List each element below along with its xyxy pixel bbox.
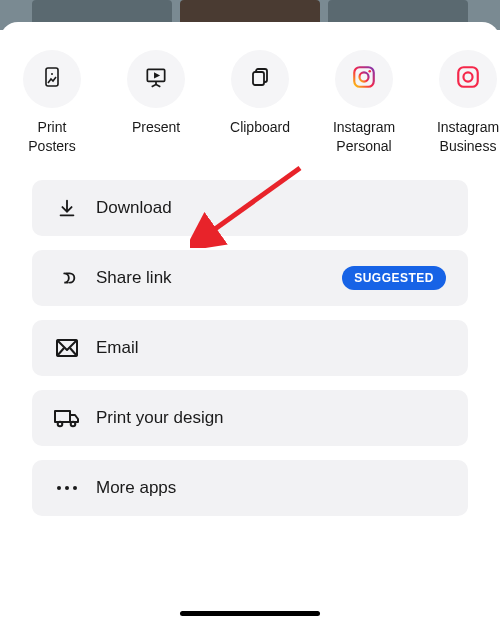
present-icon [143, 64, 169, 94]
action-label: Download [96, 198, 172, 218]
email-icon [54, 335, 80, 361]
svg-rect-11 [55, 411, 70, 422]
share-target-label: Instagram Business [437, 118, 499, 156]
svg-point-13 [71, 421, 76, 426]
more-apps-button[interactable]: More apps [32, 460, 468, 516]
share-target-print-posters[interactable]: Print Posters [0, 50, 104, 156]
svg-rect-8 [458, 67, 478, 87]
svg-point-1 [51, 73, 53, 75]
svg-rect-4 [253, 72, 264, 85]
download-icon [54, 195, 80, 221]
share-target-present[interactable]: Present [104, 50, 208, 156]
action-label: Share link [96, 268, 172, 288]
share-target-label: Print Posters [28, 118, 75, 156]
action-label: More apps [96, 478, 176, 498]
action-list: Download Share link SUGGESTED [0, 156, 500, 516]
link-icon [54, 265, 80, 291]
svg-point-9 [463, 72, 472, 81]
suggested-badge: SUGGESTED [342, 266, 446, 290]
svg-point-7 [368, 70, 371, 73]
action-label: Print your design [96, 408, 224, 428]
share-target-row[interactable]: Print Posters Present [0, 22, 500, 156]
svg-rect-5 [354, 67, 374, 87]
share-target-label: Instagram Personal [333, 118, 395, 156]
print-design-button[interactable]: Print your design [32, 390, 468, 446]
share-target-instagram-business[interactable]: Instagram Business [416, 50, 500, 156]
poster-icon [40, 65, 64, 93]
share-target-instagram-personal[interactable]: Instagram Personal [312, 50, 416, 156]
share-link-button[interactable]: Share link SUGGESTED [32, 250, 468, 306]
share-target-label: Present [132, 118, 180, 137]
home-indicator[interactable] [180, 611, 320, 616]
action-label: Email [96, 338, 139, 358]
share-target-clipboard[interactable]: Clipboard [208, 50, 312, 156]
svg-point-12 [58, 421, 63, 426]
share-sheet: Print Posters Present [0, 22, 500, 626]
download-button[interactable]: Download [32, 180, 468, 236]
svg-point-6 [359, 72, 368, 81]
share-target-label: Clipboard [230, 118, 290, 137]
email-button[interactable]: Email [32, 320, 468, 376]
truck-icon [54, 405, 80, 431]
more-icon [54, 475, 80, 501]
clipboard-icon [248, 65, 272, 93]
instagram-icon [351, 64, 377, 94]
instagram-icon [455, 64, 481, 94]
svg-rect-0 [46, 68, 58, 86]
